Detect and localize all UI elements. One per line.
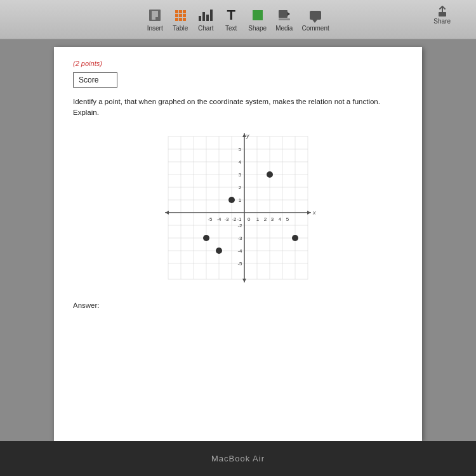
question-text: Identify a point, that when graphed on t… bbox=[73, 96, 403, 119]
bottom-bar: MacBook Air bbox=[0, 441, 476, 476]
shape-button[interactable]: Shape bbox=[248, 7, 267, 32]
svg-marker-32 bbox=[242, 279, 246, 282]
text-icon: T bbox=[223, 7, 239, 23]
svg-text:4: 4 bbox=[279, 216, 282, 222]
table-icon bbox=[172, 7, 188, 23]
score-box: Score bbox=[73, 72, 117, 88]
comment-icon bbox=[307, 7, 324, 23]
answer-label: Answer: bbox=[73, 301, 100, 309]
svg-text:y: y bbox=[246, 133, 249, 139]
toolbar: Insert Table Chart bbox=[0, 0, 476, 39]
svg-text:2: 2 bbox=[264, 216, 267, 222]
points-label: (2 points) bbox=[73, 60, 403, 67]
macbook-label: MacBook Air bbox=[211, 454, 265, 463]
table-button[interactable]: Table bbox=[172, 7, 188, 32]
screen-area: (2 points) Score Identify a point, that … bbox=[0, 39, 476, 441]
svg-text:-2: -2 bbox=[232, 216, 237, 222]
svg-text:-3: -3 bbox=[237, 235, 242, 241]
share-label: Share bbox=[433, 18, 451, 25]
svg-text:2: 2 bbox=[239, 185, 242, 190]
svg-rect-5 bbox=[439, 12, 446, 17]
chart-label: Chart bbox=[198, 25, 213, 32]
svg-text:0: 0 bbox=[248, 216, 251, 222]
share-icon bbox=[437, 6, 447, 17]
svg-text:-4: -4 bbox=[237, 248, 242, 254]
text-label: Text bbox=[225, 25, 237, 32]
chart-icon bbox=[197, 7, 214, 23]
share-button[interactable]: Share bbox=[433, 6, 451, 25]
svg-point-55 bbox=[267, 171, 273, 178]
media-icon bbox=[276, 7, 293, 23]
svg-text:-3: -3 bbox=[224, 216, 229, 222]
insert-label: Insert bbox=[147, 25, 163, 32]
svg-marker-29 bbox=[165, 211, 169, 215]
chart-button[interactable]: Chart bbox=[197, 7, 214, 32]
svg-text:-2: -2 bbox=[237, 223, 242, 228]
comment-label: Comment bbox=[301, 25, 329, 32]
answer-section: Answer: bbox=[73, 301, 403, 309]
svg-text:5: 5 bbox=[286, 216, 289, 222]
score-label: Score bbox=[79, 76, 98, 84]
shape-icon bbox=[249, 7, 266, 23]
shape-label: Shape bbox=[248, 25, 267, 32]
svg-point-59 bbox=[216, 248, 222, 254]
toolbar-items: Insert Table Chart bbox=[147, 7, 329, 32]
svg-text:5: 5 bbox=[239, 147, 242, 152]
insert-icon bbox=[147, 7, 163, 23]
svg-text:3: 3 bbox=[239, 172, 242, 178]
insert-button[interactable]: Insert bbox=[147, 7, 163, 32]
svg-point-56 bbox=[228, 197, 235, 203]
svg-text:1: 1 bbox=[256, 216, 260, 222]
svg-text:-1: -1 bbox=[237, 216, 242, 222]
svg-text:4: 4 bbox=[239, 159, 242, 165]
media-label: Media bbox=[275, 25, 293, 32]
svg-rect-2 bbox=[279, 10, 288, 18]
document: (2 points) Score Identify a point, that … bbox=[54, 47, 422, 441]
svg-marker-3 bbox=[288, 12, 290, 16]
svg-text:1: 1 bbox=[239, 197, 242, 203]
svg-point-58 bbox=[292, 235, 298, 241]
table-label: Table bbox=[173, 25, 188, 32]
media-button[interactable]: Media bbox=[275, 7, 293, 32]
svg-rect-4 bbox=[279, 18, 290, 20]
svg-text:x: x bbox=[312, 209, 316, 216]
svg-text:-4: -4 bbox=[216, 216, 221, 222]
svg-rect-6 bbox=[168, 136, 308, 279]
svg-point-57 bbox=[203, 235, 209, 241]
text-button[interactable]: T Text bbox=[223, 7, 239, 32]
svg-text:3: 3 bbox=[271, 216, 274, 222]
coordinate-graph: -5 -4 -3 -2 -1 1 2 3 4 5 5 4 3 2 1 -2 -3… bbox=[155, 130, 321, 289]
comment-button[interactable]: Comment bbox=[301, 7, 329, 32]
graph-container: -5 -4 -3 -2 -1 1 2 3 4 5 5 4 3 2 1 -2 -3… bbox=[73, 130, 403, 289]
svg-text:-5: -5 bbox=[208, 216, 213, 222]
svg-marker-28 bbox=[307, 211, 311, 215]
svg-text:-5: -5 bbox=[237, 261, 242, 267]
